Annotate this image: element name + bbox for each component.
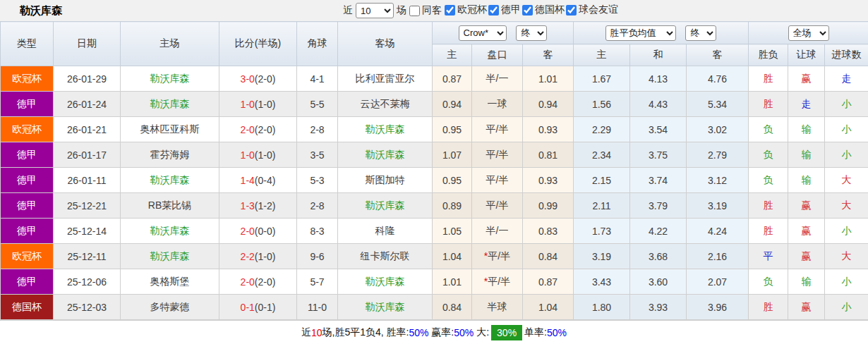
league-filter-checkbox[interactable] — [522, 5, 533, 16]
odds-home: 1.01 — [433, 269, 472, 295]
avg-time-select[interactable]: 终 — [685, 25, 716, 41]
avg-home-odds: 2.15 — [574, 168, 630, 193]
avg-type-select[interactable]: 胜平负均值 — [605, 25, 676, 41]
col-header-home: 主场 — [121, 22, 219, 66]
handicap-outcome: 赢 — [788, 66, 825, 92]
table-row: 德甲26-01-24勒沃库森1-0(1-0)5-5云达不莱梅0.94一球0.94… — [1, 92, 868, 117]
away-team: 勒沃库森 — [338, 117, 433, 142]
match-date: 26-01-24 — [54, 92, 121, 117]
home-team: RB莱比锡 — [121, 193, 219, 219]
avg-away-odds: 3.02 — [687, 117, 749, 142]
odds-home: 0.95 — [433, 117, 472, 142]
recent-count-select[interactable]: 10 — [356, 3, 394, 18]
score: 1-4(0-4) — [219, 168, 297, 193]
subheader-goals: 进球数 — [825, 44, 868, 66]
home-team: 多特蒙德 — [121, 295, 219, 320]
odds-time-select[interactable]: 终 — [516, 25, 547, 41]
match-date: 26-01-11 — [54, 168, 121, 193]
league-filter-checkbox[interactable] — [445, 5, 455, 16]
handicap: 一球 — [472, 92, 523, 117]
filter-controls: 近 10 场 同客 欧冠杯德甲德国杯球会友谊 — [343, 3, 622, 18]
avg-away-odds: 4.76 — [687, 66, 749, 92]
away-team: 勒沃库森 — [338, 269, 433, 295]
odds-home: 0.95 — [433, 168, 472, 193]
scope-select-group: 全场 — [749, 22, 868, 44]
summary-segment: 场,胜5平1负4, 胜率: — [323, 326, 409, 339]
away-team: 勒沃库森 — [338, 295, 433, 320]
corner-score: 5-7 — [297, 269, 338, 295]
same-venue-filter[interactable]: 同客 — [409, 4, 442, 17]
result-outcome: 平 — [749, 244, 788, 269]
league-filter-label: 德甲 — [501, 4, 521, 16]
away-team: 比利亚雷亚尔 — [338, 66, 433, 92]
odds-home: 0.89 — [433, 193, 472, 219]
subheader-avg-draw: 和 — [630, 44, 687, 66]
league-filter-label: 球会友谊 — [579, 4, 618, 16]
summary-bar: 近10场,胜5平1负4, 胜率:50% 赢率:50% 大:30%单率:50% — [0, 320, 868, 344]
league-filter[interactable]: 德甲 — [488, 4, 521, 16]
result-outcome: 负 — [749, 269, 788, 295]
avg-home-odds: 1.67 — [574, 66, 630, 92]
league-filter-label: 欧冠杯 — [457, 4, 487, 16]
match-scope-select[interactable]: 全场 — [788, 25, 829, 41]
odds-away: 0.94 — [523, 92, 574, 117]
result-outcome: 胜 — [749, 92, 788, 117]
goals-outcome: 大 — [825, 168, 868, 193]
table-row: 欧冠杯26-01-21奥林匹亚科斯2-0(2-0)2-8勒沃库森0.95平/半0… — [1, 117, 868, 142]
odds-away: 0.81 — [523, 142, 574, 168]
league-filter-checkbox[interactable] — [566, 5, 577, 16]
odds-select-group: Crow* 终 — [433, 22, 574, 44]
odds-away: 0.84 — [523, 244, 574, 269]
away-team: 纽卡斯尔联 — [338, 244, 433, 269]
goals-outcome: 大 — [825, 193, 868, 219]
league-filter[interactable]: 球会友谊 — [566, 4, 618, 16]
odds-company-select[interactable]: Crow* — [459, 25, 507, 41]
summary-segment: 近 — [301, 326, 311, 339]
handicap: 平/半 — [472, 168, 523, 193]
handicap-outcome: 输 — [788, 142, 825, 168]
score: 0-1(0-1) — [219, 295, 297, 320]
avg-draw-odds: 3.60 — [630, 269, 687, 295]
home-team: 勒沃库森 — [121, 66, 219, 92]
odds-home: 0.94 — [433, 92, 472, 117]
avg-home-odds: 1.56 — [574, 92, 630, 117]
handicap-outcome: 赢 — [788, 295, 825, 320]
result-outcome: 负 — [749, 117, 788, 142]
handicap: 半球 — [472, 295, 523, 320]
match-date: 25-12-06 — [54, 269, 121, 295]
match-date: 25-12-21 — [54, 193, 121, 219]
result-outcome: 胜 — [749, 295, 788, 320]
top-bar: 勒沃库森 近 10 场 同客 欧冠杯德甲德国杯球会友谊 — [0, 0, 868, 21]
avg-home-odds: 1.80 — [574, 295, 630, 320]
goals-outcome: 小 — [825, 92, 868, 117]
league-badge: 欧冠杯 — [1, 244, 54, 269]
league-filter[interactable]: 欧冠杯 — [445, 4, 487, 16]
games-label: 场 — [397, 4, 406, 17]
score: 1-0(1-0) — [219, 92, 297, 117]
result-outcome: 负 — [749, 142, 788, 168]
avg-home-odds: 1.73 — [574, 219, 630, 244]
result-outcome: 胜 — [749, 66, 788, 92]
home-team: 勒沃库森 — [121, 168, 219, 193]
handicap: 平/半 — [472, 117, 523, 142]
league-filter-label: 德国杯 — [535, 4, 565, 16]
league-filter[interactable]: 德国杯 — [522, 4, 565, 16]
subheader-handicap: 盘口 — [472, 44, 523, 66]
league-filter-checkbox[interactable] — [488, 5, 499, 16]
avg-away-odds: 3.12 — [687, 168, 749, 193]
summary-segment: 50% — [409, 327, 428, 338]
table-row: 德甲26-01-17霍芬海姆1-0(1-0)3-5勒沃库森1.07平/半0.81… — [1, 142, 868, 168]
home-team: 奥林匹亚科斯 — [121, 117, 219, 142]
away-team: 勒沃库森 — [338, 142, 433, 168]
same-venue-checkbox[interactable] — [409, 6, 420, 16]
home-team: 勒沃库森 — [121, 219, 219, 244]
avg-away-odds: 4.24 — [687, 219, 749, 244]
match-date: 26-01-21 — [54, 117, 121, 142]
subheader-avg-home: 主 — [574, 44, 630, 66]
goals-outcome: 小 — [825, 142, 868, 168]
col-header-score: 比分(半场) — [219, 22, 297, 66]
table-row: 德甲25-12-06奥格斯堡2-0(2-0)5-7勒沃库森1.01*平/半0.8… — [1, 269, 868, 295]
handicap: *平/半 — [472, 244, 523, 269]
col-header-type: 类型 — [1, 22, 54, 66]
handicap: *平/半 — [472, 269, 523, 295]
